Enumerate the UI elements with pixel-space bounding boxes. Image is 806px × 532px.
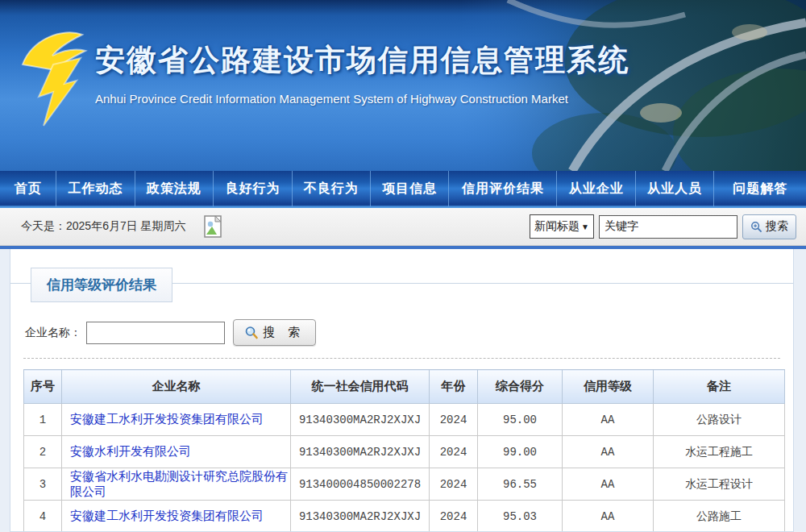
news-category-value: 新闻标题 bbox=[534, 219, 580, 234]
col-header-index: 序号 bbox=[24, 370, 62, 404]
cell-credit-code: 913400004850002278 bbox=[291, 468, 430, 501]
nav-item-personnel[interactable]: 从业人员 bbox=[635, 171, 713, 206]
cell-company-link[interactable]: 安徽建工水利开发投资集团有限公司 bbox=[62, 404, 291, 436]
main-nav: 首页 工作动态 政策法规 良好行为 不良行为 项目信息 信用评价结果 从业企业 … bbox=[0, 171, 806, 208]
table-row: 1 安徽建工水利开发投资集团有限公司 91340300MA2RJ2XJXJ 20… bbox=[24, 404, 785, 436]
cell-year: 2024 bbox=[430, 404, 478, 436]
cell-score: 95.03 bbox=[478, 501, 563, 532]
cell-credit-code: 91340300MA2RJ2XJXJ bbox=[291, 501, 430, 532]
col-header-year: 年份 bbox=[430, 370, 478, 404]
cell-company-link[interactable]: 安徽省水利水电勘测设计研究总院股份有限公司 bbox=[62, 468, 291, 501]
nav-item-project-info[interactable]: 项目信息 bbox=[370, 171, 448, 206]
cell-company-link[interactable]: 安徽水利开发有限公司 bbox=[62, 436, 291, 468]
keyword-input[interactable] bbox=[599, 215, 737, 239]
current-date-text: 今天是：2025年6月7日 星期周六 bbox=[21, 219, 186, 234]
cell-remark: 公路设计 bbox=[654, 404, 785, 436]
cell-remark: 公路施工 bbox=[654, 501, 785, 532]
content-panel: 信用等级评价结果 企业名称： 搜 索 序号 bbox=[10, 249, 794, 532]
dashed-separator bbox=[23, 358, 780, 359]
col-header-score: 综合得分 bbox=[478, 370, 563, 404]
company-link-text[interactable]: 安徽水利开发有限公司 bbox=[70, 444, 191, 458]
nav-item-good-behavior[interactable]: 良好行为 bbox=[213, 171, 291, 206]
cell-grade: AA bbox=[563, 436, 654, 468]
cell-remark: 水运工程设计 bbox=[654, 468, 785, 501]
col-header-remark: 备注 bbox=[654, 370, 785, 404]
company-search-button-label: 搜 索 bbox=[263, 325, 305, 340]
cell-index: 3 bbox=[24, 468, 62, 501]
company-search-button[interactable]: 搜 索 bbox=[233, 319, 316, 346]
col-header-company: 企业名称 bbox=[62, 370, 291, 404]
nav-item-policies[interactable]: 政策法规 bbox=[135, 171, 213, 206]
credit-results-table: 序号 企业名称 统一社会信用代码 年份 综合得分 信用等级 备注 1 安徽建工水… bbox=[23, 369, 785, 532]
nav-item-work-news[interactable]: 工作动态 bbox=[56, 171, 134, 206]
news-search-group: 新闻标题 ▼ 搜索 bbox=[530, 214, 796, 239]
cell-index: 1 bbox=[24, 404, 62, 436]
site-header: 安徽省公路建设市场信用信息管理系统 Anhui Province Credit … bbox=[0, 0, 806, 171]
magnifier-icon bbox=[244, 326, 259, 340]
company-link-text[interactable]: 安徽建工水利开发投资集团有限公司 bbox=[70, 509, 264, 522]
nav-item-credit-results[interactable]: 信用评价结果 bbox=[448, 171, 556, 206]
cell-score: 99.00 bbox=[478, 436, 563, 468]
magnifier-plus-icon bbox=[750, 221, 762, 233]
nav-item-bad-behavior[interactable]: 不良行为 bbox=[292, 171, 370, 206]
cell-year: 2024 bbox=[430, 501, 478, 532]
company-name-input[interactable] bbox=[86, 322, 225, 344]
company-link-text[interactable]: 安徽省水利水电勘测设计研究总院股份有限公司 bbox=[70, 469, 288, 498]
cell-year: 2024 bbox=[430, 468, 478, 501]
cell-score: 96.55 bbox=[478, 468, 563, 501]
cell-remark: 水运工程施工 bbox=[654, 436, 785, 468]
company-query-form: 企业名称： 搜 索 bbox=[25, 319, 793, 346]
company-name-label: 企业名称： bbox=[25, 326, 81, 340]
company-link-text[interactable]: 安徽建工水利开发投资集团有限公司 bbox=[70, 412, 264, 426]
info-bar: 今天是：2025年6月7日 星期周六 新闻标题 ▼ 搜索 bbox=[0, 208, 806, 246]
cell-grade: AA bbox=[563, 404, 654, 436]
nav-item-home[interactable]: 首页 bbox=[0, 171, 56, 206]
section-header: 信用等级评价结果 bbox=[10, 268, 793, 300]
col-header-grade: 信用等级 bbox=[563, 370, 654, 404]
section-title: 信用等级评价结果 bbox=[31, 268, 172, 302]
cell-index: 2 bbox=[24, 436, 62, 468]
site-subtitle: Anhui Province Credit Information Manage… bbox=[95, 92, 629, 106]
cell-credit-code: 91340300MA2RJ2XJXJ bbox=[291, 404, 430, 436]
news-search-button-label: 搜索 bbox=[766, 219, 788, 234]
cell-index: 4 bbox=[24, 501, 62, 532]
table-row: 3 安徽省水利水电勘测设计研究总院股份有限公司 9134000048500022… bbox=[24, 468, 785, 501]
site-title: 安徽省公路建设市场信用信息管理系统 bbox=[95, 40, 629, 81]
news-search-button[interactable]: 搜索 bbox=[742, 214, 796, 239]
nav-item-qa[interactable]: 问题解答 bbox=[713, 171, 806, 206]
lightning-bolt-logo-icon bbox=[18, 27, 92, 129]
page-background: 信用等级评价结果 企业名称： 搜 索 序号 bbox=[0, 249, 806, 532]
cell-grade: AA bbox=[563, 468, 654, 501]
cell-grade: AA bbox=[563, 501, 654, 532]
cell-credit-code: 91340300MA2RJ2XJXJ bbox=[291, 436, 430, 468]
broken-image-icon bbox=[204, 215, 222, 238]
chevron-down-icon: ▼ bbox=[581, 222, 589, 231]
cell-year: 2024 bbox=[430, 436, 478, 468]
news-category-select[interactable]: 新闻标题 ▼ bbox=[530, 214, 594, 239]
col-header-credit-code: 统一社会信用代码 bbox=[291, 370, 430, 404]
cell-company-link[interactable]: 安徽建工水利开发投资集团有限公司 bbox=[62, 501, 291, 532]
table-row: 2 安徽水利开发有限公司 91340300MA2RJ2XJXJ 2024 99.… bbox=[24, 436, 785, 468]
cell-score: 95.00 bbox=[478, 404, 563, 436]
nav-item-enterprises[interactable]: 从业企业 bbox=[556, 171, 634, 206]
table-header-row: 序号 企业名称 统一社会信用代码 年份 综合得分 信用等级 备注 bbox=[24, 370, 785, 404]
table-row: 4 安徽建工水利开发投资集团有限公司 91340300MA2RJ2XJXJ 20… bbox=[24, 501, 785, 532]
